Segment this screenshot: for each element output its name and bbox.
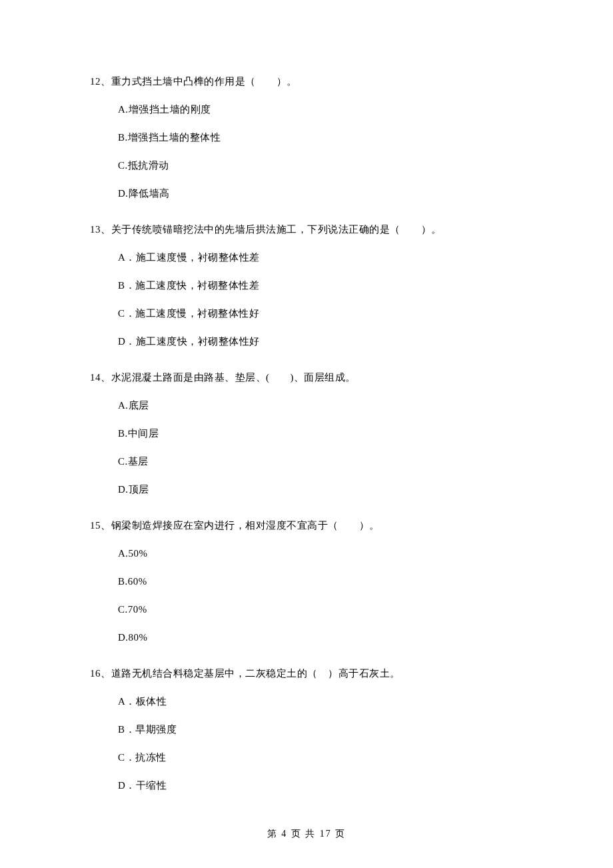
option-d: D．施工速度快，衬砌整体性好 [90, 333, 523, 349]
option-b: B．早期强度 [90, 721, 523, 737]
question-text: 重力式挡土墙中凸榫的作用是（ ）。 [111, 76, 297, 87]
option-a: A.底层 [90, 397, 523, 413]
option-a: A．板体性 [90, 693, 523, 709]
option-a: A.50% [90, 545, 523, 561]
option-c: C.抵抗滑动 [90, 157, 523, 173]
question-text: 道路无机结合料稳定基层中，二灰稳定土的（ ）高于石灰土。 [111, 668, 400, 679]
question-number: 16、 [90, 668, 111, 679]
option-a: A．施工速度慢，衬砌整体性差 [90, 249, 523, 265]
question-stem: 13、关于传统喷锚暗挖法中的先墙后拱法施工，下列说法正确的是（ ）。 [90, 221, 523, 237]
question-number: 12、 [90, 76, 111, 87]
option-d: D.顶层 [90, 481, 523, 497]
question-12: 12、重力式挡土墙中凸榫的作用是（ ）。 A.增强挡土墙的刚度 B.增强挡土墙的… [90, 73, 523, 201]
option-c: C．抗冻性 [90, 749, 523, 765]
option-b: B.中间层 [90, 425, 523, 441]
option-c: C.70% [90, 601, 523, 617]
question-text: 关于传统喷锚暗挖法中的先墙后拱法施工，下列说法正确的是（ ）。 [111, 224, 442, 235]
page-footer: 第 4 页 共 17 页 [0, 827, 613, 841]
question-13: 13、关于传统喷锚暗挖法中的先墙后拱法施工，下列说法正确的是（ ）。 A．施工速… [90, 221, 523, 349]
question-number: 14、 [90, 372, 111, 383]
question-stem: 12、重力式挡土墙中凸榫的作用是（ ）。 [90, 73, 523, 89]
option-b: B.增强挡土墙的整体性 [90, 129, 523, 145]
question-number: 13、 [90, 224, 111, 235]
page-content: 12、重力式挡土墙中凸榫的作用是（ ）。 A.增强挡土墙的刚度 B.增强挡土墙的… [0, 0, 613, 793]
option-d: D.80% [90, 629, 523, 645]
question-stem: 15、钢梁制造焊接应在室内进行，相对湿度不宜高于（ ）。 [90, 517, 523, 533]
question-16: 16、道路无机结合料稳定基层中，二灰稳定土的（ ）高于石灰土。 A．板体性 B．… [90, 665, 523, 793]
option-c: C．施工速度慢，衬砌整体性好 [90, 305, 523, 321]
option-d: D.降低墙高 [90, 185, 523, 201]
option-c: C.基层 [90, 453, 523, 469]
option-b: B．施工速度快，衬砌整体性差 [90, 277, 523, 293]
question-number: 15、 [90, 520, 111, 531]
question-stem: 16、道路无机结合料稳定基层中，二灰稳定土的（ ）高于石灰土。 [90, 665, 523, 681]
question-15: 15、钢梁制造焊接应在室内进行，相对湿度不宜高于（ ）。 A.50% B.60%… [90, 517, 523, 645]
question-text: 钢梁制造焊接应在室内进行，相对湿度不宜高于（ ）。 [111, 520, 380, 531]
option-a: A.增强挡土墙的刚度 [90, 101, 523, 117]
question-text: 水泥混凝土路面是由路基、垫层、( )、面层组成。 [111, 372, 356, 383]
option-b: B.60% [90, 573, 523, 589]
question-14: 14、水泥混凝土路面是由路基、垫层、( )、面层组成。 A.底层 B.中间层 C… [90, 369, 523, 497]
option-d: D．干缩性 [90, 777, 523, 793]
question-stem: 14、水泥混凝土路面是由路基、垫层、( )、面层组成。 [90, 369, 523, 385]
